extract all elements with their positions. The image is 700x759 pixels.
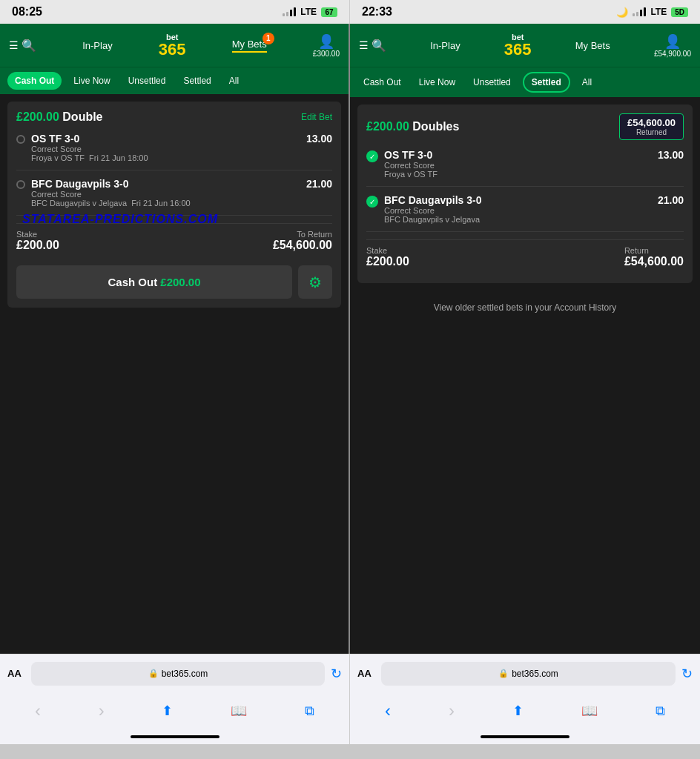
bet-amount-type-left: £200.00 Double	[16, 110, 103, 124]
bet365-logo-right: bet 365	[504, 33, 532, 58]
battery-left: 67	[321, 7, 337, 17]
selection-odds-1-right: 13.00	[658, 149, 684, 161]
selection-1-left: OS TF 3-0 Correct Score Froya v OS TF Fr…	[16, 133, 332, 170]
lock-icon-left: 🔒	[148, 669, 159, 678]
selection-2-left: BFC Daugavpils 3-0 Correct Score BFC Dau…	[16, 178, 332, 216]
hamburger-icon-right: ☰	[359, 39, 369, 51]
share-btn-left[interactable]: ⬆	[156, 700, 179, 722]
tab-all-right[interactable]: All	[576, 73, 598, 91]
selection-event-2-right: BFC Daugavpils v Jelgava	[384, 215, 481, 224]
bet365-logo-left: bet 365	[159, 33, 186, 58]
lte-label-right: LTE	[650, 7, 667, 17]
selection-name-1-left: OS TF 3-0	[31, 133, 148, 145]
share-btn-right[interactable]: ⬆	[506, 700, 529, 722]
selection-event-1-right: Froya v OS TF	[384, 170, 438, 179]
home-indicator-right	[350, 729, 700, 744]
tab-livenow-right[interactable]: Live Now	[413, 73, 461, 91]
url-bar-left[interactable]: 🔒 bet365.com	[31, 662, 325, 686]
pending-indicator-2-left	[16, 180, 25, 189]
reload-btn-left[interactable]: ↻	[331, 666, 342, 682]
lte-label-left: LTE	[300, 7, 317, 17]
bet-amount-type-right: £200.00 Doubles	[366, 120, 459, 133]
search-icon-left: 🔍	[22, 39, 36, 53]
time-right: 22:33	[362, 5, 392, 19]
selection-odds-2-left: 21.00	[306, 178, 332, 190]
tab-unsettled-right[interactable]: Unsettled	[467, 73, 517, 91]
selection-event-2-left: BFC Daugavpils v Jelgava Fri 21 Jun 16:0…	[31, 199, 191, 208]
selection-name-2-right: BFC Daugavpils 3-0	[384, 194, 481, 206]
back-btn-right[interactable]: ‹	[379, 697, 397, 724]
return-col-right: Return £54,600.00	[624, 246, 684, 268]
won-indicator-2-right: ✓	[366, 196, 378, 208]
selection-1-right: ✓ OS TF 3-0 Correct Score Froya v OS TF …	[366, 149, 684, 187]
return-badge-right: £54,600.00 Returned	[619, 113, 684, 140]
text-size-right[interactable]: AA	[357, 668, 375, 679]
bookmarks-btn-right[interactable]: 📖	[575, 700, 604, 722]
tabs-btn-right[interactable]: ⧉	[650, 700, 671, 722]
home-indicator-left	[0, 729, 350, 744]
badge-left: 1	[262, 33, 274, 44]
back-btn-left[interactable]: ‹	[29, 697, 47, 724]
tabs-btn-left[interactable]: ⧉	[299, 700, 320, 722]
tab-settled-left[interactable]: Settled	[177, 72, 217, 90]
selection-market-1-left: Correct Score	[31, 145, 148, 153]
forward-btn-right[interactable]: ›	[443, 697, 460, 724]
forward-btn-left[interactable]: ›	[93, 697, 110, 724]
in-play-left[interactable]: In-Play	[82, 40, 112, 51]
tab-livenow-left[interactable]: Live Now	[67, 72, 116, 90]
bookmarks-btn-left[interactable]: 📖	[225, 700, 253, 722]
to-return-col-left: To Return £54,600.00	[273, 230, 332, 252]
tab-settled-right[interactable]: Settled	[523, 72, 570, 93]
selection-event-1-left: Froya v OS TF Fri 21 Jun 18:00	[31, 153, 148, 162]
selection-name-1-right: OS TF 3-0	[384, 149, 438, 161]
bottom-nav-right: ‹ › ⬆ 📖 ⧉	[350, 692, 700, 729]
moon-icon: 🌙	[616, 7, 628, 18]
tab-cashout-left[interactable]: Cash Out	[7, 72, 62, 90]
my-bets-left[interactable]: My Bets 1	[232, 39, 267, 53]
browser-bar-right: AA 🔒 bet365.com ↻	[350, 654, 700, 692]
reload-btn-right[interactable]: ↻	[681, 666, 693, 682]
selection-name-2-left: BFC Daugavpils 3-0	[31, 178, 191, 190]
tab-cashout-right[interactable]: Cash Out	[357, 73, 407, 91]
won-indicator-1-right: ✓	[366, 150, 378, 162]
stake-col-right: Stake £200.00	[366, 246, 409, 268]
cashout-button-left[interactable]: Cash Out £200.00	[16, 265, 292, 299]
selection-market-2-right: Correct Score	[384, 206, 481, 215]
browser-bar-left: AA 🔒 bet365.com ↻	[0, 654, 350, 692]
selection-2-right: ✓ BFC Daugavpils 3-0 Correct Score BFC D…	[366, 194, 684, 232]
pending-indicator-1-left	[16, 135, 25, 144]
cashout-settings-button-left[interactable]: ⚙	[298, 265, 332, 299]
settings-icon-left: ⚙	[308, 274, 322, 291]
bet-card-left: STATAREA-PREDICTIONS.COM £200.00 Double …	[7, 102, 341, 308]
url-bar-right[interactable]: 🔒 bet365.com	[381, 662, 676, 686]
account-icon-left: 👤	[318, 33, 334, 50]
selection-market-1-right: Correct Score	[384, 161, 438, 170]
bet-card-right: £200.00 Doubles £54,600.00 Returned ✓ OS…	[357, 105, 693, 283]
edit-bet-btn-left[interactable]: Edit Bet	[301, 112, 332, 122]
my-bets-right[interactable]: My Bets	[575, 40, 610, 51]
battery-right: 5D	[671, 7, 688, 17]
lock-icon-right: 🔒	[498, 669, 509, 678]
time-left: 08:25	[12, 5, 42, 19]
selection-market-2-left: Correct Score	[31, 190, 191, 199]
selection-odds-2-right: 21.00	[658, 194, 684, 206]
account-left[interactable]: 👤 £300.00	[313, 33, 340, 58]
stake-col-left: Stake £200.00	[16, 230, 59, 252]
tab-unsettled-left[interactable]: Unsettled	[122, 72, 172, 90]
search-icon-right: 🔍	[372, 39, 386, 53]
account-right[interactable]: 👤 £54,900.00	[654, 33, 691, 58]
watermark-left: STATAREA-PREDICTIONS.COM	[22, 213, 218, 226]
hamburger-icon-left: ☰	[9, 39, 19, 51]
view-older-bets[interactable]: View older settled bets in your Account …	[357, 291, 693, 325]
tab-all-left[interactable]: All	[223, 72, 245, 90]
account-icon-right: 👤	[664, 33, 681, 50]
url-text-left: bet365.com	[162, 669, 208, 679]
url-text-right: bet365.com	[512, 669, 558, 679]
in-play-right[interactable]: In-Play	[430, 40, 460, 51]
text-size-left[interactable]: AA	[7, 668, 25, 679]
bottom-nav-left: ‹ › ⬆ 📖 ⧉	[0, 692, 350, 729]
right-nav-search[interactable]: ☰ 🔍	[359, 39, 386, 53]
selection-odds-1-left: 13.00	[306, 133, 332, 145]
left-nav-search[interactable]: ☰ 🔍	[9, 39, 36, 53]
